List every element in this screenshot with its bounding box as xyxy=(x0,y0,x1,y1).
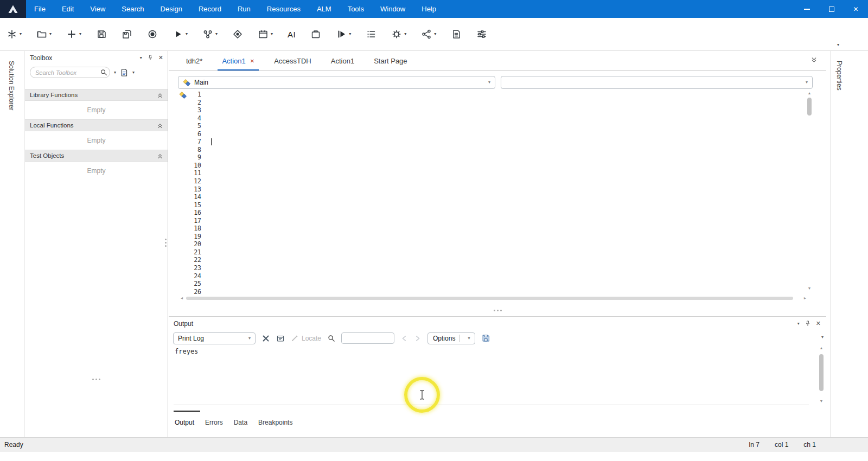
schedule-button[interactable]: ▾ xyxy=(258,29,273,40)
close-panel-icon[interactable]: ✕ xyxy=(816,320,821,327)
function-document-icon[interactable] xyxy=(120,68,129,77)
chevron-down-icon[interactable]: ▾ xyxy=(349,32,351,36)
close-tab-icon[interactable]: ✕ xyxy=(250,58,254,64)
panel-menu-icon[interactable]: ▾ xyxy=(797,322,800,326)
tab-tdh2[interactable]: tdh2* xyxy=(176,51,212,71)
tab-output[interactable]: Output xyxy=(175,419,194,426)
close-panel-icon[interactable]: ✕ xyxy=(158,54,163,61)
minimize-button[interactable] xyxy=(795,0,819,18)
toolbox-splitter-handle[interactable] xyxy=(25,379,168,380)
tab-data[interactable]: Data xyxy=(234,419,247,426)
function-filter-caret-icon[interactable]: ▾ xyxy=(132,71,135,75)
menu-item[interactable]: ALM xyxy=(309,0,340,18)
chevron-down-icon[interactable]: ▾ xyxy=(464,336,470,341)
editor-horizontal-scrollbar[interactable]: ◄ ► xyxy=(179,296,808,301)
options-button[interactable]: Options ▾ xyxy=(427,332,475,344)
scrollbar-thumb[interactable] xyxy=(186,297,793,300)
menu-item[interactable]: Design xyxy=(152,0,190,18)
toolbox-section-header[interactable]: Local Functions xyxy=(25,119,168,131)
run-step-button[interactable]: ▾ xyxy=(336,29,351,40)
collapse-icon[interactable] xyxy=(157,152,163,159)
scroll-right-icon[interactable]: ► xyxy=(802,296,808,301)
tab-accesstdh[interactable]: AccessTDH xyxy=(264,51,321,71)
chevron-down-icon[interactable]: ▾ xyxy=(245,336,251,341)
share-button[interactable]: ▾ xyxy=(421,29,436,40)
run-options-button[interactable]: ▾ xyxy=(202,29,218,40)
log-viewer-icon[interactable] xyxy=(276,334,285,343)
menu-item[interactable]: Window xyxy=(372,0,413,18)
chevron-down-icon[interactable]: ▾ xyxy=(404,32,406,36)
next-result-icon[interactable] xyxy=(414,335,422,342)
insert-checkpoint-button[interactable] xyxy=(232,29,243,40)
tab-action1[interactable]: Action1 xyxy=(321,51,364,71)
scroll-up-icon[interactable]: ▲ xyxy=(819,345,824,351)
tab-errors[interactable]: Errors xyxy=(205,419,223,426)
output-log[interactable]: freyes xyxy=(169,347,816,401)
record-button[interactable] xyxy=(147,29,158,40)
save-log-icon[interactable] xyxy=(481,334,490,343)
new-test-button[interactable]: ▾ xyxy=(7,29,22,40)
app-logo-icon[interactable] xyxy=(0,0,26,18)
output-scroll-caret-icon[interactable]: ▾ xyxy=(821,335,824,340)
tab-overflow-icon[interactable] xyxy=(810,56,818,66)
settings-button[interactable]: ▾ xyxy=(391,29,406,40)
run-button[interactable]: ▾ xyxy=(173,29,188,40)
add-button[interactable]: ▾ xyxy=(66,29,81,40)
locate-button[interactable]: Locate xyxy=(291,334,321,342)
secondary-dropdown[interactable]: ▾ xyxy=(501,76,813,89)
scrollbar-thumb[interactable] xyxy=(807,98,812,116)
previous-result-icon[interactable] xyxy=(400,335,408,342)
code-editor[interactable]: 1234567891011121314151617181920212223242… xyxy=(169,89,826,302)
output-search-input[interactable] xyxy=(341,332,394,344)
chevron-down-icon[interactable]: ▾ xyxy=(20,32,22,36)
menu-item[interactable]: File xyxy=(26,0,54,18)
close-button[interactable]: ✕ xyxy=(844,0,868,18)
scroll-left-icon[interactable]: ◄ xyxy=(179,296,184,301)
scroll-up-icon[interactable]: ▲ xyxy=(807,91,812,96)
tab-start-page[interactable]: Start Page xyxy=(364,51,417,71)
chevron-down-icon[interactable]: ▾ xyxy=(434,32,436,36)
solution-explorer-tab[interactable]: Solution Explorer xyxy=(8,61,15,110)
function-scope-dropdown[interactable]: Main ▾ xyxy=(178,76,495,89)
menu-item[interactable]: Run xyxy=(229,0,259,18)
menu-item[interactable]: Record xyxy=(190,0,229,18)
horizontal-splitter-handle[interactable] xyxy=(169,305,826,317)
scrollbar-thumb[interactable] xyxy=(819,354,824,391)
chevron-down-icon[interactable]: ▾ xyxy=(485,80,490,85)
chevron-down-icon[interactable]: ▾ xyxy=(79,32,81,36)
collapse-icon[interactable] xyxy=(157,122,163,129)
toolbox-section-header[interactable]: Library Functions xyxy=(25,89,168,101)
options-sliders-button[interactable] xyxy=(476,29,487,40)
object-repository-button[interactable] xyxy=(310,29,321,40)
toolbar-overflow-icon[interactable]: ▾ xyxy=(837,42,839,47)
pin-icon[interactable] xyxy=(147,54,154,61)
output-horizontal-scrollbar[interactable] xyxy=(174,405,809,405)
search-options-caret-icon[interactable]: ▾ xyxy=(114,71,116,75)
editor-vertical-scrollbar[interactable]: ▲ ▼ xyxy=(807,91,812,291)
vertical-splitter-handle[interactable] xyxy=(165,239,167,247)
menu-item[interactable]: Resources xyxy=(259,0,309,18)
ai-button[interactable]: AI xyxy=(288,30,296,39)
tab-action1-active[interactable]: Action1 ✕ xyxy=(212,51,264,71)
maximize-button[interactable] xyxy=(819,0,844,18)
task-list-button[interactable] xyxy=(366,29,376,40)
chevron-down-icon[interactable]: ▾ xyxy=(802,80,808,85)
menu-item[interactable]: Search xyxy=(113,0,152,18)
chevron-down-icon[interactable]: ▾ xyxy=(271,32,273,36)
collapse-icon[interactable] xyxy=(157,92,163,98)
menu-item[interactable]: View xyxy=(82,0,113,18)
chevron-down-icon[interactable]: ▾ xyxy=(186,32,188,36)
menu-item[interactable]: Edit xyxy=(54,0,82,18)
chevron-down-icon[interactable]: ▾ xyxy=(49,32,52,36)
pin-icon[interactable] xyxy=(805,320,811,327)
save-button[interactable] xyxy=(96,29,107,40)
chevron-down-icon[interactable]: ▾ xyxy=(215,32,218,36)
open-button[interactable]: ▾ xyxy=(36,29,52,40)
clear-log-icon[interactable] xyxy=(261,334,270,343)
search-icon[interactable] xyxy=(100,68,107,76)
menu-item[interactable]: Tools xyxy=(340,0,372,18)
save-all-button[interactable] xyxy=(122,29,132,40)
panel-menu-icon[interactable]: ▾ xyxy=(140,56,142,60)
menu-item[interactable]: Help xyxy=(413,0,444,18)
properties-tab[interactable]: Properties xyxy=(835,61,843,91)
